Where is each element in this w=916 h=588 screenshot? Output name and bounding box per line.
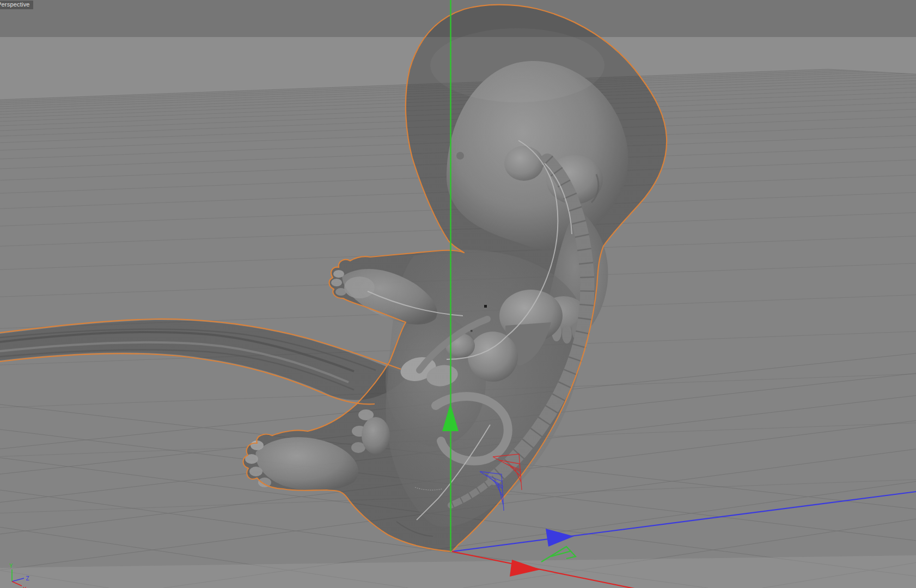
- viewport-3d[interactable]: Y Z X Perspective: [0, 0, 916, 588]
- axis-z-label: Z: [26, 575, 29, 582]
- camera-view-label[interactable]: Perspective: [0, 1, 33, 9]
- axis-x-label: X: [23, 586, 27, 588]
- axis-y-label: Y: [9, 562, 13, 569]
- viewport-canvas[interactable]: Y Z X: [0, 0, 916, 588]
